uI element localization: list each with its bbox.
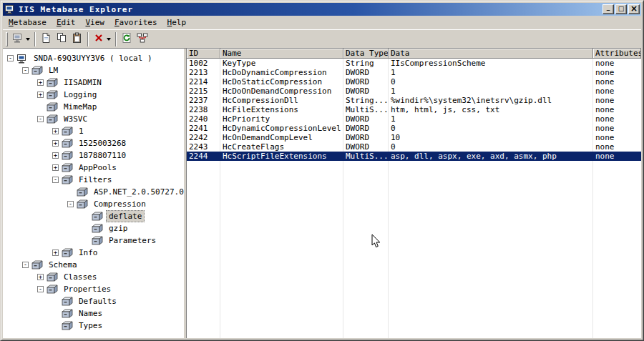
table-row[interactable]: 2244HcScriptFileExtensionsMultiS...asp, … — [187, 152, 641, 161]
cell-name: HcPriority — [220, 114, 343, 124]
maximize-button[interactable] — [615, 4, 627, 14]
tree-item-1[interactable]: +1 — [3, 125, 184, 137]
collapse-icon[interactable]: - — [37, 286, 44, 292]
expand-icon[interactable]: + — [52, 152, 59, 159]
expand-icon[interactable]: + — [52, 128, 59, 134]
cell-id: 2242 — [187, 133, 220, 142]
table-row[interactable]: 2213HcDoDynamicCompressionDWORD1none — [187, 68, 641, 77]
tree-item-1878807110[interactable]: +1878807110 — [3, 149, 184, 162]
cell-type: DWORD — [343, 87, 389, 96]
tree-item-iisadmin[interactable]: +IISADMIN — [3, 76, 184, 89]
connect-button[interactable] — [10, 31, 26, 47]
collapse-icon[interactable]: - — [7, 55, 14, 61]
drawer-icon — [47, 285, 59, 295]
paste-button[interactable] — [69, 31, 85, 47]
collapse-icon[interactable]: - — [52, 177, 59, 183]
collapse-icon[interactable]: - — [67, 201, 74, 207]
expand-icon[interactable]: + — [37, 274, 44, 280]
column-header-data[interactable]: Data — [389, 49, 593, 59]
table-row[interactable]: 2240HcPriorityDWORD1none — [187, 114, 641, 124]
table-row[interactable]: 1002KeyTypeStringIIsCompressionSchemenon… — [187, 59, 641, 68]
menu-edit[interactable]: Edit — [52, 16, 81, 29]
cell-type: DWORD — [343, 124, 389, 133]
drawer-icon — [47, 102, 59, 112]
table-row[interactable]: 2242HcOnDemandCompLevelDWORD10none — [187, 133, 641, 142]
table-row[interactable]: 2243HcCreateFlagsDWORD0none — [187, 142, 641, 152]
menu-favorites[interactable]: Favorites — [109, 16, 162, 29]
collapse-icon[interactable]: - — [37, 116, 44, 122]
computer-icon — [12, 33, 24, 46]
delete-dropdown-icon[interactable] — [107, 38, 111, 41]
network-button[interactable] — [135, 31, 150, 47]
cell-attributes: none — [593, 124, 641, 133]
tree-item-lm[interactable]: -LM — [3, 64, 184, 76]
expand-icon[interactable]: + — [52, 249, 59, 256]
cell-name: HcFileExtensions — [220, 105, 343, 114]
tree-item-label: 1 — [76, 125, 87, 137]
collapse-icon[interactable]: - — [22, 67, 29, 74]
tree-item-classes[interactable]: +Classes — [3, 271, 184, 283]
tree-item-label: Filters — [76, 174, 114, 186]
column-header-data-type[interactable]: Data Type — [343, 49, 389, 59]
app-window: IIS Metabase Explorer Metabase Edit View… — [0, 0, 644, 341]
delete-button[interactable] — [91, 31, 107, 47]
cell-id: 2213 — [187, 68, 220, 77]
menu-help[interactable]: Help — [162, 16, 192, 29]
cell-attributes: none — [593, 142, 641, 152]
tree-item-mimemap[interactable]: MimeMap — [3, 101, 184, 113]
close-button[interactable] — [628, 4, 640, 14]
new-key-button[interactable] — [38, 31, 54, 47]
tree-item-names[interactable]: Names — [3, 307, 184, 320]
drawer-icon — [92, 236, 104, 246]
tree-item-compression[interactable]: -Compression — [3, 198, 184, 210]
tree-item-types[interactable]: Types — [3, 320, 184, 332]
tree-item-logging[interactable]: +Logging — [3, 89, 184, 101]
menu-metabase[interactable]: Metabase — [4, 16, 52, 29]
tree-item-asp-net-2-0-50727-0[interactable]: ASP.NET_2.0.50727.0 — [3, 186, 184, 198]
computer-icon — [16, 54, 29, 64]
column-header-id[interactable]: ID — [187, 49, 220, 59]
table-row[interactable]: 2238HcFileExtensionsMultiS...htm, html, … — [187, 105, 641, 114]
tree-item-w3svc[interactable]: -W3SVC — [3, 113, 184, 125]
column-header-name[interactable]: Name — [220, 49, 343, 59]
list-view: ID Name Data Type Data Attributes 1002Ke… — [187, 49, 641, 338]
table-row[interactable]: 2237HcCompressionDllString...%windir%\sy… — [187, 96, 641, 105]
refresh-button[interactable] — [119, 31, 135, 47]
tree-item-apppools[interactable]: +AppPools — [3, 162, 184, 174]
cell-data: 1 — [389, 68, 593, 77]
cell-data: %windir%\system32\inetsrv\gzip.dll — [389, 96, 593, 105]
toolbar-grip[interactable] — [6, 32, 8, 46]
tree-item-label: Classes — [61, 271, 99, 283]
copy-button[interactable] — [54, 31, 69, 47]
delete-x-icon — [94, 33, 104, 45]
collapse-icon[interactable]: - — [22, 262, 29, 268]
table-row[interactable]: 2215HcDoOnDemandCompressionDWORD1none — [187, 87, 641, 96]
cell-attributes: none — [593, 87, 641, 96]
minimize-button[interactable] — [602, 4, 614, 14]
cell-data: 1 — [389, 87, 593, 96]
tree-item-gzip[interactable]: gzip — [3, 222, 184, 234]
tree-item-properties[interactable]: -Properties — [3, 283, 184, 295]
expand-icon[interactable]: + — [37, 92, 44, 98]
table-row[interactable]: 2241HcDynamicCompressionLevelDWORD0none — [187, 124, 641, 133]
cell-id: 2241 — [187, 124, 220, 133]
tree-item-1525003268[interactable]: +1525003268 — [3, 137, 184, 149]
tree-item-label: Defaults — [76, 295, 119, 307]
cell-attributes: none — [593, 77, 641, 87]
expand-icon[interactable]: + — [52, 164, 59, 171]
tree-item-parameters[interactable]: Parameters — [3, 234, 184, 247]
cell-id: 2240 — [187, 114, 220, 124]
drawer-icon — [77, 199, 89, 209]
tree-item-deflate[interactable]: deflate — [3, 210, 184, 222]
tree-item-filters[interactable]: -Filters — [3, 174, 184, 186]
table-row[interactable]: 2214HcDoStaticCompressionDWORD0none — [187, 77, 641, 87]
expand-icon[interactable]: + — [52, 140, 59, 147]
tree-item-schema[interactable]: -Schema — [3, 259, 184, 271]
expand-icon[interactable]: + — [37, 79, 44, 86]
tree-item-defaults[interactable]: Defaults — [3, 295, 184, 307]
column-header-attributes[interactable]: Attributes — [593, 49, 641, 59]
tree-item-snda-69q3uyy3v6-local[interactable]: -SNDA-69Q3UYY3V6 ( local ) — [3, 52, 184, 64]
tree-item-info[interactable]: +Info — [3, 247, 184, 259]
connect-dropdown-icon[interactable] — [26, 38, 30, 41]
menu-view[interactable]: View — [80, 16, 109, 29]
